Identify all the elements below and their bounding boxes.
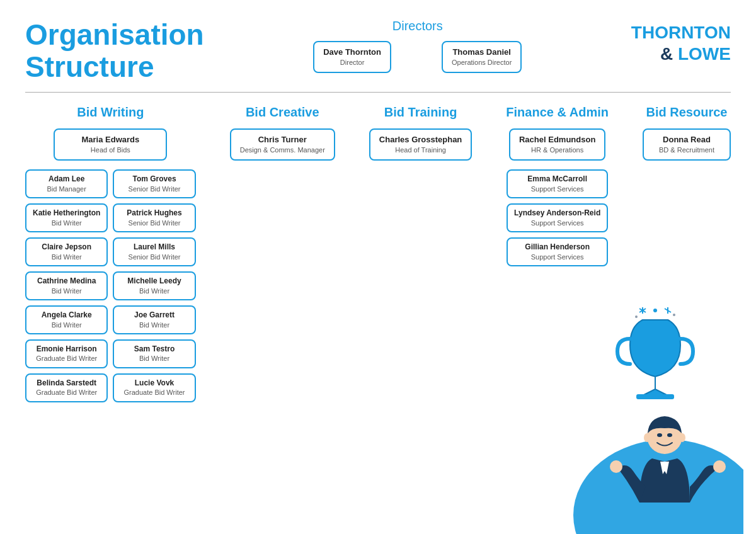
dept-bid-training-head: Charles Grosstephan Head of Training — [369, 128, 472, 161]
dept-bid-resource-head: Donna Read BD & Recruitment — [643, 128, 731, 161]
page: Organisation Structure Directors Dave Th… — [0, 0, 756, 534]
illustration — [542, 301, 743, 534]
dept-bid-creative-head: Chris Turner Design & Comms. Manager — [230, 128, 335, 161]
director-dave-name: Dave Thornton — [323, 47, 381, 58]
head-card-rachel: Rachel Edmundson HR & Operations — [509, 128, 605, 161]
maria-name: Maria Edwards — [64, 135, 157, 145]
svg-point-14 — [667, 433, 672, 437]
card-lucie: Lucie Vovk Graduate Bid Writer — [113, 373, 195, 402]
rachel-role: HR & Operations — [519, 145, 595, 154]
directors-label: Directors — [392, 19, 443, 33]
head-card-maria: Maria Edwards Head of Bids — [54, 128, 167, 161]
card-katie: Katie Hetherington Bid Writer — [25, 203, 108, 232]
bid-writing-grid: Adam Lee Bid Manager Katie Hetherington … — [25, 169, 196, 402]
card-belinda: Belinda Sarstedt Graduate Bid Writer — [25, 373, 108, 402]
dept-bid-writing-head: Maria Edwards Head of Bids — [54, 128, 167, 161]
svg-point-9 — [673, 314, 675, 316]
card-joe: Joe Garrett Bid Writer — [113, 305, 195, 334]
card-tom-groves: Tom Groves Senior Bid Writer — [113, 169, 195, 198]
dept-bid-creative: Bid Creative Chris Turner Design & Comms… — [230, 105, 335, 402]
page-title: Organisation Structure — [25, 19, 204, 82]
card-emma: Emma McCarroll Support Services — [507, 169, 608, 198]
donna-name: Donna Read — [653, 135, 721, 145]
svg-point-15 — [644, 433, 650, 442]
divider — [25, 92, 731, 93]
svg-point-5 — [653, 309, 657, 312]
card-lyndsey: Lyndsey Anderson-Reid Support Services — [507, 203, 608, 232]
dept-bid-writing-title: Bid Writing — [77, 105, 144, 120]
card-claire: Claire Jepson Bid Writer — [25, 237, 108, 266]
svg-point-12 — [713, 460, 726, 473]
card-sam: Sam Testro Bid Writer — [113, 339, 195, 368]
card-gillian: Gillian Henderson Support Services — [507, 237, 608, 266]
bid-writing-right-col: Tom Groves Senior Bid Writer Patrick Hug… — [113, 169, 195, 402]
dept-bid-training: Bid Training Charles Grosstephan Head of… — [369, 105, 472, 402]
chris-name: Chris Turner — [240, 135, 325, 145]
svg-point-8 — [635, 315, 638, 318]
director-thomas-name: Thomas Daniel — [452, 47, 512, 58]
director-thomas-role: Operations Director — [452, 58, 512, 67]
dept-finance-head: Rachel Edmundson HR & Operations — [509, 128, 605, 161]
title-block: Organisation Structure — [25, 19, 204, 82]
bid-writing-left-col: Adam Lee Bid Manager Katie Hetherington … — [25, 169, 108, 402]
directors-section: Directors Dave Thornton Director Thomas … — [313, 19, 522, 73]
card-angela: Angela Clarke Bid Writer — [25, 305, 108, 334]
svg-point-16 — [679, 433, 685, 442]
card-cathrine: Cathrine Medina Bid Writer — [25, 271, 108, 300]
donna-role: BD & Recruitment — [653, 145, 721, 154]
dept-bid-resource-title: Bid Resource — [646, 105, 728, 120]
head-card-donna: Donna Read BD & Recruitment — [643, 128, 731, 161]
card-adam-lee: Adam Lee Bid Manager — [25, 169, 108, 198]
director-dave-role: Director — [323, 58, 381, 67]
svg-point-11 — [610, 460, 622, 473]
charles-role: Head of Training — [379, 145, 462, 154]
dept-bid-writing: Bid Writing Maria Edwards Head of Bids A… — [25, 105, 196, 402]
svg-rect-1 — [636, 394, 674, 399]
brand-logo: THORNTON & LOWE — [631, 22, 731, 64]
card-michelle: Michelle Leedy Bid Writer — [113, 271, 195, 300]
head-card-chris: Chris Turner Design & Comms. Manager — [230, 128, 335, 161]
card-emonie: Emonie Harrison Graduate Bid Writer — [25, 339, 108, 368]
dept-bid-training-title: Bid Training — [384, 105, 457, 120]
card-laurel: Laurel Mills Senior Bid Writer — [113, 237, 195, 266]
card-patrick: Patrick Hughes Senior Bid Writer — [113, 203, 195, 232]
charles-name: Charles Grosstephan — [379, 135, 462, 145]
director-card-dave: Dave Thornton Director — [313, 41, 391, 73]
head-card-charles: Charles Grosstephan Head of Training — [369, 128, 472, 161]
chris-role: Design & Comms. Manager — [240, 145, 325, 154]
svg-point-13 — [657, 433, 662, 437]
directors-cards: Dave Thornton Director Thomas Daniel Ope… — [313, 41, 522, 73]
dept-finance-title: Finance & Admin — [506, 105, 609, 120]
dept-bid-creative-title: Bid Creative — [246, 105, 319, 120]
finance-members-grid: Emma McCarroll Support Services Lyndsey … — [507, 169, 608, 266]
header: Organisation Structure Directors Dave Th… — [25, 19, 731, 82]
rachel-name: Rachel Edmundson — [519, 135, 595, 145]
director-card-thomas: Thomas Daniel Operations Director — [442, 41, 522, 73]
maria-role: Head of Bids — [64, 145, 157, 154]
